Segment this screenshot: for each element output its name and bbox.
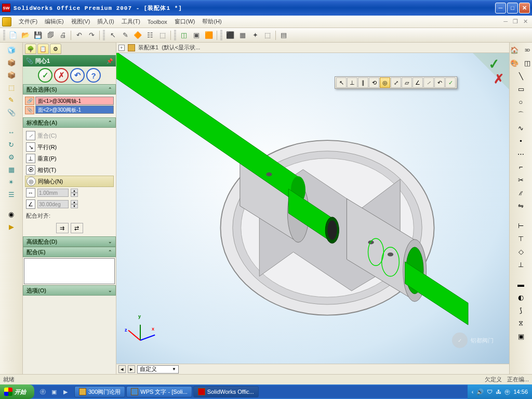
extrude-icon[interactable]: ▬: [515, 279, 527, 289]
redo-button[interactable]: ↷: [86, 30, 97, 41]
line-icon[interactable]: ╲: [515, 71, 527, 81]
feature-button[interactable]: ◫: [178, 30, 190, 41]
start-button[interactable]: 开始: [0, 384, 34, 399]
options-button[interactable]: ☷: [144, 30, 156, 41]
exploded-button[interactable]: ✦: [249, 30, 261, 41]
corner-ok-icon[interactable]: ✓: [488, 56, 501, 73]
3d-viewport[interactable]: ↖ ⊥ ∥ ⟲ ◎ ⤢ ▱ ∠ ⟋ ↶ ✓ ✓ ✗: [116, 53, 509, 364]
interference-icon[interactable]: ▦: [5, 164, 18, 175]
ql-desktop-icon[interactable]: ▣: [49, 387, 59, 397]
ft-angle-icon[interactable]: ∠: [413, 77, 423, 88]
sketch-button[interactable]: ✎: [119, 30, 131, 41]
mate-tool-icon[interactable]: 📎: [5, 107, 18, 117]
trim-icon[interactable]: ✂: [515, 175, 527, 185]
component-tool-icon[interactable]: 📦: [5, 57, 18, 68]
ft-tangent-icon[interactable]: ⟲: [369, 77, 379, 88]
centerline-icon[interactable]: ⋯: [515, 149, 527, 159]
point-icon[interactable]: •: [515, 136, 527, 146]
menu-help[interactable]: 帮助(H): [199, 17, 224, 26]
anti-aligned-button[interactable]: ⇄: [71, 223, 83, 233]
pin-icon[interactable]: 📌: [107, 58, 113, 64]
cut-icon[interactable]: ▣: [515, 331, 527, 341]
circle-icon[interactable]: ○: [515, 97, 527, 107]
sheet-nav-left[interactable]: ◂: [118, 365, 126, 373]
feature-tree-tab[interactable]: 🌳: [25, 44, 36, 54]
aligned-button[interactable]: ⇉: [56, 223, 69, 233]
offset-icon[interactable]: ⫽: [515, 188, 527, 198]
move-icon[interactable]: ↔: [5, 127, 18, 137]
task-solidworks[interactable]: SolidWorks Offic...: [193, 386, 259, 397]
assembly-tool-icon[interactable]: 🧊: [5, 45, 18, 55]
home-icon[interactable]: 🏠: [508, 45, 521, 55]
distance-mate[interactable]: ↔ ▲▼: [25, 187, 114, 198]
angle-mate[interactable]: ∠ ▲▼: [25, 198, 114, 210]
drawing-button[interactable]: ▤: [278, 30, 289, 41]
menu-file[interactable]: 文件(F): [16, 17, 41, 26]
arc-icon[interactable]: ⌒: [515, 110, 527, 120]
motion-icon[interactable]: ▶: [5, 221, 18, 232]
save-button[interactable]: 💾: [32, 30, 44, 41]
feature2-button[interactable]: ▣: [191, 30, 202, 41]
ft-concentric-icon[interactable]: ◎: [380, 77, 390, 88]
component-button[interactable]: ⬚: [262, 30, 273, 41]
assembly-name[interactable]: 装配体1: [138, 44, 158, 51]
menu-edit[interactable]: 编辑(E): [42, 17, 67, 26]
options-header[interactable]: 选项(O)⌄: [23, 285, 116, 296]
tray-lang-icon[interactable]: ㊥: [504, 388, 510, 396]
ft-flip-icon[interactable]: ⟋: [423, 77, 434, 88]
ft-perpendicular-icon[interactable]: ⊥: [347, 77, 357, 88]
decal-icon[interactable]: ◫: [521, 58, 532, 68]
save-all-button[interactable]: 🗐: [45, 30, 56, 41]
undo-button[interactable]: ↶: [73, 30, 85, 41]
tray-network-icon[interactable]: 🖧: [496, 389, 501, 395]
transparency-icon[interactable]: ⬚: [5, 82, 18, 92]
ft-distance-icon[interactable]: ⤢: [391, 77, 401, 88]
clock[interactable]: 14:56: [513, 389, 528, 395]
dim-icon[interactable]: ◇: [515, 246, 527, 257]
loft-icon[interactable]: ⧖: [515, 318, 527, 328]
ql-ie-icon[interactable]: ⓔ: [37, 387, 48, 397]
maximize-button[interactable]: □: [507, 3, 518, 14]
selection-section-header[interactable]: 配合选择(S)⌃: [23, 84, 116, 95]
tray-arrow-icon[interactable]: ‹: [472, 389, 474, 395]
dim-horiz-icon[interactable]: ⊢: [515, 220, 527, 231]
advanced-mates-header[interactable]: 高级配合(D)⌄: [23, 236, 116, 247]
new-button[interactable]: 📄: [7, 30, 19, 41]
ft-width-icon[interactable]: ▱: [402, 77, 412, 88]
revolve-icon[interactable]: ◐: [515, 292, 527, 302]
spline-icon[interactable]: ∿: [515, 123, 527, 133]
selection-item-1[interactable]: 面<1>@300阀轴-1: [35, 97, 114, 105]
undo-preview-button[interactable]: ↶: [70, 68, 85, 83]
zoom-dropdown[interactable]: 自定义▼: [137, 365, 179, 374]
property-tab[interactable]: 📋: [37, 44, 49, 54]
ql-media-icon[interactable]: ▶: [60, 387, 71, 397]
mates-list[interactable]: [24, 258, 115, 284]
appearance-panel-icon[interactable]: 🎨: [508, 58, 521, 68]
config-tab[interactable]: ⚙: [50, 44, 61, 54]
menu-view[interactable]: 视图(V): [68, 17, 94, 26]
help-button[interactable]: ?: [86, 68, 101, 83]
hide-tool-icon[interactable]: 📦: [5, 70, 18, 80]
select-button[interactable]: ↖: [107, 30, 118, 41]
ft-undo-icon[interactable]: ↶: [434, 77, 445, 88]
coincident-mate[interactable]: ⟋ 重合(C): [25, 130, 114, 141]
print-button[interactable]: 🖨: [57, 30, 69, 41]
rotate-component-icon[interactable]: ↻: [5, 139, 18, 150]
dim-vert-icon[interactable]: ⊤: [515, 233, 527, 244]
standard-mates-header[interactable]: 标准配合(A)⌃: [23, 117, 116, 128]
close-button[interactable]: ✕: [519, 3, 530, 14]
menu-insert[interactable]: 插入(I): [94, 17, 117, 26]
3d-icon[interactable]: 3D: [521, 45, 532, 55]
parallel-mate[interactable]: ↘ 平行(R): [25, 141, 114, 153]
mdi-restore[interactable]: ❐: [511, 18, 520, 25]
task-wps[interactable]: WPS 文字 - [Soli...: [126, 386, 192, 397]
entity-icon-2[interactable]: 📎: [25, 106, 34, 114]
ok-button[interactable]: ✓: [38, 68, 52, 83]
menu-toolbox[interactable]: Toolbox: [144, 18, 170, 26]
entity-icon[interactable]: 🔗: [25, 97, 34, 105]
selection-item-2[interactable]: 面<2>@300阀板-1: [35, 105, 114, 114]
tray-safety-icon[interactable]: 🛡: [487, 389, 493, 395]
simulation-icon[interactable]: ◉: [5, 209, 18, 219]
bom-icon[interactable]: ☰: [5, 189, 18, 200]
open-button[interactable]: 📂: [20, 30, 31, 41]
